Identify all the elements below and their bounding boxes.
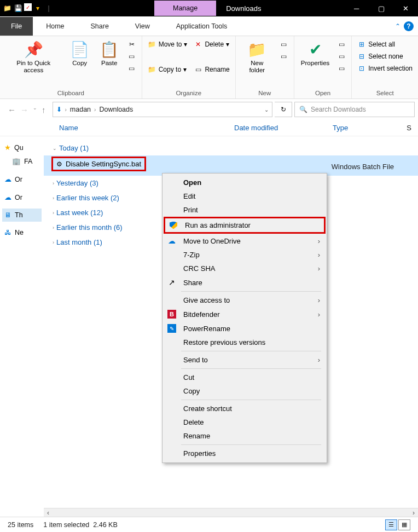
paste-icon: 📋 — [100, 41, 119, 59]
scroll-right[interactable]: › — [409, 509, 418, 517]
ctx-rename[interactable]: Rename — [164, 429, 326, 443]
copyto-icon: 📁 — [148, 66, 156, 73]
cloud-icon: ☁ — [4, 175, 11, 183]
newitem-button[interactable]: ▭ — [278, 39, 289, 49]
ctx-run-admin[interactable]: Run as administrator — [164, 217, 326, 234]
clipboard-group-label: Clipboard — [3, 89, 138, 97]
column-name[interactable]: Name — [53, 120, 228, 135]
copyto-button[interactable]: 📁Copy to▾ — [147, 65, 189, 74]
easyaccess-button[interactable]: ▭ — [278, 51, 289, 61]
file-row-selected[interactable]: ⚙ Disable SettingSync.bat — [51, 157, 146, 171]
file-type-cell: Windows Batch File — [332, 163, 394, 171]
ctx-print[interactable]: Print — [164, 203, 326, 217]
share-tab[interactable]: Share — [78, 17, 122, 36]
scroll-left[interactable]: ‹ — [44, 509, 53, 517]
edit-small-button[interactable]: ▭ — [336, 51, 347, 61]
view-tab[interactable]: View — [122, 17, 163, 36]
copypath-small-button[interactable]: ▭ — [126, 51, 137, 61]
back-button[interactable]: ← — [8, 105, 16, 114]
ctx-onedrive[interactable]: ☁Move to OneDrive› — [164, 234, 326, 248]
paste-button[interactable]: 📋 Paste — [96, 38, 123, 69]
up-button[interactable]: ↑ — [42, 105, 46, 114]
scrollbar-track[interactable] — [53, 508, 409, 517]
selectall-button[interactable]: ⊞Select all — [356, 39, 414, 49]
collapse-ribbon-icon[interactable]: ⌃ — [395, 22, 400, 30]
newfolder-button[interactable]: 📁 New folder — [239, 38, 275, 76]
chevron-right-icon: › — [318, 356, 320, 364]
ctx-7zip[interactable]: 7-Zip› — [164, 248, 326, 262]
ctx-copy[interactable]: Copy — [164, 384, 326, 398]
new-group-label: New — [239, 89, 291, 97]
delete-button[interactable]: ✕Delete▾ — [193, 39, 230, 49]
search-icon: 🔍 — [299, 106, 307, 113]
column-type[interactable]: Type — [326, 120, 381, 135]
column-size[interactable]: S — [381, 120, 418, 135]
rename-button[interactable]: ▭Rename — [193, 65, 230, 74]
folder-icon: 📁 — [2, 3, 12, 13]
forward-button[interactable]: → — [20, 105, 28, 114]
sidebar-item-quick[interactable]: ★Qu — [2, 141, 42, 154]
icons-view-button[interactable]: ▦ — [398, 519, 410, 530]
pasteshortcut-small-button[interactable]: ▭ — [126, 63, 137, 73]
sidebar-item-fa[interactable]: 🏢FA — [2, 154, 42, 168]
folder-small-icon[interactable]: ▾ — [33, 3, 43, 13]
ctx-open[interactable]: Open — [164, 176, 326, 189]
sidebar-item-onedrive2[interactable]: ☁Or — [2, 190, 42, 204]
pin-quick-access-button[interactable]: 📌 Pin to Quick access — [3, 38, 64, 76]
open-small-button[interactable]: ▭ — [336, 39, 347, 49]
recent-dropdown[interactable]: ⌄ — [33, 105, 37, 114]
details-view-button[interactable]: ☰ — [385, 519, 397, 530]
ctx-edit[interactable]: Edit — [164, 189, 326, 203]
ctx-restore[interactable]: Restore previous versions — [164, 336, 326, 349]
ctx-sendto[interactable]: Send to› — [164, 353, 326, 367]
group-today[interactable]: ⌄Today (1) — [51, 141, 414, 155]
ctx-share[interactable]: ↗Share — [164, 275, 326, 290]
chevron-right-icon: › — [318, 310, 320, 319]
ctx-crcsha[interactable]: CRC SHA› — [164, 262, 326, 275]
refresh-button[interactable]: ↻ — [275, 102, 292, 117]
search-input[interactable]: 🔍 Search Downloads — [294, 102, 415, 117]
invert-icon: ⊡ — [357, 65, 366, 72]
manage-tab[interactable]: Manage — [154, 1, 216, 16]
divider: | — [44, 3, 54, 13]
maximize-button[interactable]: ▢ — [369, 0, 393, 16]
copy-button[interactable]: 📄 Copy — [66, 38, 94, 69]
properties-icon: ✔ — [309, 41, 322, 59]
ctx-shortcut[interactable]: Create shortcut — [164, 402, 326, 415]
ctx-giveaccess[interactable]: Give access to› — [164, 293, 326, 307]
column-date[interactable]: Date modified — [228, 120, 326, 135]
close-button[interactable]: ✕ — [393, 0, 418, 16]
history-small-button[interactable]: ▭ — [336, 63, 347, 73]
path-dropdown[interactable]: ⌄ — [264, 107, 269, 113]
moveto-button[interactable]: 📁Move to▾ — [147, 39, 189, 49]
home-tab[interactable]: Home — [33, 17, 77, 36]
sidebar-item-network[interactable]: 🖧Ne — [2, 226, 42, 239]
cloud-icon: ☁ — [4, 193, 11, 201]
copy-icon: 📄 — [70, 41, 89, 59]
ctx-properties[interactable]: Properties — [164, 447, 326, 460]
sidebar-item-thispc[interactable]: 🖥Th — [2, 209, 42, 222]
chevron-right-icon: › — [318, 264, 320, 273]
invertselection-button[interactable]: ⊡Invert selection — [356, 63, 414, 73]
file-tab[interactable]: File — [0, 17, 33, 36]
ctx-bitdefender[interactable]: BBitdefender› — [164, 307, 326, 321]
checkbox-icon[interactable]: ✓ — [24, 3, 32, 11]
bitdefender-icon: B — [166, 310, 178, 319]
apptools-tab[interactable]: Application Tools — [163, 17, 241, 36]
ctx-powerrename[interactable]: ✎PowerRename — [164, 321, 326, 336]
selectnone-button[interactable]: ⊟Select none — [356, 51, 414, 61]
properties-button[interactable]: ✔ Properties — [298, 38, 333, 69]
chevron-right-icon: › — [53, 195, 54, 201]
address-bar[interactable]: ⬇ › madan › Downloads ⌄ — [53, 102, 273, 117]
downloads-folder-icon: ⬇ — [56, 106, 62, 113]
cut-small-button[interactable]: ✂ — [126, 39, 137, 49]
ctx-delete[interactable]: Delete — [164, 415, 326, 429]
selectnone-icon: ⊟ — [357, 53, 366, 60]
minimize-button[interactable]: ─ — [344, 0, 369, 16]
help-icon[interactable]: ? — [404, 21, 414, 31]
sidebar-item-onedrive1[interactable]: ☁Or — [2, 172, 42, 186]
share-icon: ↗ — [166, 278, 178, 287]
save-icon[interactable]: 💾 — [13, 3, 23, 13]
ctx-cut[interactable]: Cut — [164, 371, 326, 384]
chevron-right-icon: › — [318, 296, 320, 304]
